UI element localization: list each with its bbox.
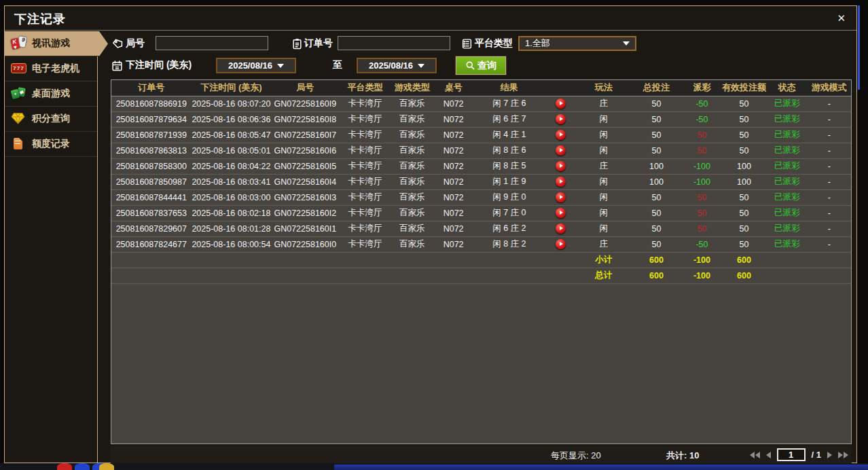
cell-play-method: 庄 [577, 236, 630, 252]
cell-payout: 50 [683, 205, 722, 221]
cell-status: 已派彩 [767, 111, 808, 127]
cell-total-bet: 50 [630, 111, 682, 127]
cell-result: 闲 7 庄 6 [474, 96, 545, 111]
cell-table-no: N072 [433, 158, 474, 174]
cell-payout: 50 [683, 189, 722, 205]
col-platform: 平台类型 [339, 80, 391, 96]
cell-play-method: 闲 [577, 174, 630, 189]
replay-video-icon[interactable] [556, 239, 566, 249]
cell-table-no: N072 [433, 174, 474, 189]
cell-payout: 50 [683, 143, 722, 158]
prev-page-icon[interactable] [766, 452, 771, 458]
cell-game-mode: - [808, 127, 851, 143]
replay-video-icon[interactable] [556, 161, 566, 171]
cell-game-type: 百家乐 [391, 143, 433, 158]
replay-video-icon[interactable] [556, 223, 566, 234]
next-page-icon[interactable] [827, 452, 832, 458]
date-to-picker[interactable]: 2025/08/16 [357, 58, 437, 73]
table-games-icon: ◆• [11, 87, 26, 101]
cell-round-no: GN072258160I5 [271, 158, 339, 174]
calendar-icon [111, 60, 123, 71]
cell-payout: 50 [683, 127, 722, 143]
replay-video-icon[interactable] [556, 177, 566, 187]
cell-game-mode: - [808, 111, 851, 127]
background-red-chip [57, 463, 72, 470]
replay-video-icon[interactable] [556, 192, 566, 202]
cell-round-no: GN072258160I8 [271, 111, 339, 127]
cell-play-method: 闲 [577, 111, 630, 127]
cell-valid-bet: 50 [721, 96, 766, 111]
sidebar-item-slots[interactable]: 777 电子老虎机 [5, 56, 97, 82]
bet-time-label: 下注时间 (美东) [126, 59, 192, 71]
cell-payout: -50 [683, 96, 722, 111]
cell-game-mode: - [808, 174, 851, 189]
col-payout: 派彩 [683, 80, 722, 96]
subtotal-valid-bet: 600 [721, 252, 766, 268]
background-taskbar [0, 463, 868, 470]
cell-result: 闲 9 庄 0 [474, 189, 545, 205]
last-page-icon[interactable] [838, 452, 848, 458]
pagination-bar: 每页显示: 20 共计: 10 1 / 1 [111, 446, 852, 463]
sidebar-item-label: 视讯游戏 [32, 37, 70, 50]
platform-type-select[interactable]: 1.全部 [518, 36, 636, 51]
page-number-input[interactable]: 1 [777, 448, 806, 461]
cell-play-method: 庄 [577, 96, 630, 111]
col-replay [545, 80, 577, 96]
table-header-row: 订单号 下注时间 (美东) 局号 平台类型 游戏类型 桌号 结果 玩法 总投注 … [111, 80, 851, 96]
sidebar-item-quota[interactable]: 额度记录 [5, 132, 97, 157]
date-from-picker[interactable]: 2025/08/16 [216, 58, 296, 73]
cell-game-type: 百家乐 [391, 221, 433, 236]
cell-game-type: 百家乐 [391, 205, 433, 221]
replay-video-icon[interactable] [556, 208, 566, 218]
replay-video-icon[interactable] [556, 114, 566, 124]
replay-video-icon[interactable] [556, 98, 566, 109]
cell-result: 闲 7 庄 0 [474, 205, 545, 221]
tag-icon [112, 38, 124, 50]
cell-replay [545, 127, 577, 143]
sidebar-item-points[interactable]: 积分查询 [5, 107, 97, 132]
cell-game-type: 百家乐 [391, 96, 433, 111]
cell-result: 闲 6 庄 2 [474, 221, 545, 236]
sidebar-item-live-games[interactable]: 9K♥ 视讯游戏 [5, 31, 108, 56]
close-icon[interactable]: ✕ [837, 12, 846, 24]
cell-bet-time: 2025-08-16 08:03:00 [192, 189, 272, 205]
betting-records-dialog: 下注记录 ✕ 9K♥ 视讯游戏 777 电子老虎机 ◆• 桌面游戏 积分查询 额… [4, 5, 857, 463]
cell-order-no: 250816087837653 [111, 205, 192, 221]
replay-video-icon[interactable] [556, 130, 566, 140]
col-game-type: 游戏类型 [391, 80, 433, 96]
query-button[interactable]: 查询 [456, 56, 506, 75]
records-table: 订单号 下注时间 (美东) 局号 平台类型 游戏类型 桌号 结果 玩法 总投注 … [111, 79, 852, 444]
cell-status: 已派彩 [767, 236, 808, 252]
cell-game-type: 百家乐 [391, 127, 433, 143]
replay-video-icon[interactable] [556, 145, 566, 156]
table-row: 250816087829607 2025-08-16 08:01:28 GN07… [111, 221, 851, 236]
clipboard-icon [291, 38, 303, 50]
cell-payout: -50 [683, 111, 722, 127]
filter-panel: 局号 订单号 平台类型 1.全部 下注时间 (美东) 2025/08/16 至 … [98, 31, 856, 79]
cell-valid-bet: 50 [721, 221, 766, 236]
order-no-input[interactable] [338, 36, 450, 50]
sidebar-item-label: 积分查询 [32, 113, 70, 125]
subtotal-total-bet: 600 [630, 252, 682, 268]
col-play-method: 玩法 [577, 80, 630, 96]
round-no-input[interactable] [156, 36, 268, 50]
grand-total-label: 总计 [577, 268, 630, 283]
cell-payout: -100 [683, 158, 722, 174]
page-total-label: / 1 [812, 450, 821, 460]
background-blue-bar [334, 465, 868, 470]
cell-platform: 卡卡湾厅 [339, 127, 391, 143]
grand-total-payout: -100 [683, 268, 722, 283]
sidebar: 9K♥ 视讯游戏 777 电子老虎机 ◆• 桌面游戏 积分查询 额度记录 [5, 31, 98, 463]
cell-game-mode: - [808, 205, 851, 221]
col-game-mode: 游戏模式 [808, 80, 851, 96]
cards-icon: 9K♥ [11, 37, 26, 50]
cell-status: 已派彩 [767, 127, 808, 143]
table-row: 250816087863813 2025-08-16 08:05:01 GN07… [111, 143, 851, 158]
cell-payout: -100 [683, 174, 722, 189]
first-page-icon[interactable] [750, 452, 760, 458]
slot-777-icon: 777 [11, 62, 26, 75]
cell-result: 闲 8 庄 2 [474, 236, 545, 252]
cell-valid-bet: 50 [721, 236, 766, 252]
order-no-label: 订单号 [304, 37, 333, 50]
sidebar-item-table-games[interactable]: ◆• 桌面游戏 [5, 82, 97, 107]
